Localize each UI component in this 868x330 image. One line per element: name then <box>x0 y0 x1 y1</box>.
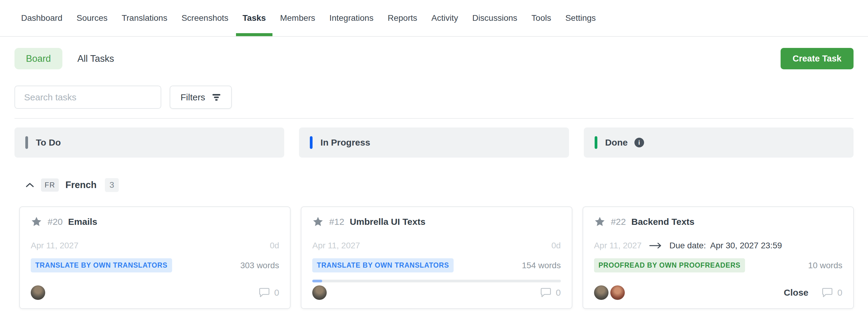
task-date: Apr 11, 2027 <box>594 241 642 250</box>
nav-item-tasks[interactable]: Tasks <box>243 0 266 36</box>
language-name: French <box>65 180 96 190</box>
task-card-umbrella-ui-texts[interactable]: #12 Umbrella UI Texts Apr 11, 2027 0d TR… <box>301 206 572 309</box>
tab-board[interactable]: Board <box>14 48 62 69</box>
star-icon[interactable] <box>31 216 42 228</box>
comment-bubble-icon <box>540 287 552 298</box>
task-date: Apr 11, 2027 <box>31 241 79 250</box>
column-done-label: Done <box>605 138 628 148</box>
search-input[interactable] <box>14 86 161 109</box>
assignee-avatar[interactable] <box>594 286 609 300</box>
nav-item-activity[interactable]: Activity <box>431 0 458 36</box>
task-date: Apr 11, 2027 <box>312 241 360 250</box>
nav-item-screenshots[interactable]: Screenshots <box>181 0 228 36</box>
assignee-avatar[interactable] <box>31 286 45 300</box>
done-status-pill <box>595 136 597 149</box>
comments-control[interactable]: 0 <box>540 287 561 298</box>
task-type-badge: TRANSLATE BY OWN TRANSLATORS <box>31 258 172 272</box>
column-done: Done i <box>584 127 854 158</box>
language-code-badge: FR <box>41 178 59 192</box>
task-id: #20 <box>48 217 63 227</box>
task-duration: 0d <box>270 241 279 250</box>
section-divider <box>14 118 854 119</box>
todo-status-pill <box>25 136 28 149</box>
word-count: 303 words <box>240 261 279 270</box>
close-task-button[interactable]: Close <box>784 288 809 298</box>
info-icon[interactable]: i <box>634 138 644 147</box>
nav-item-sources[interactable]: Sources <box>76 0 107 36</box>
task-type-badge: PROOFREAD BY OWN PROOFREADERS <box>594 258 745 272</box>
assignee-avatar[interactable] <box>312 286 327 300</box>
column-in-progress: In Progress <box>299 127 569 158</box>
chevron-up-icon[interactable] <box>25 182 34 188</box>
nav-item-settings[interactable]: Settings <box>565 0 596 36</box>
task-type-badge: TRANSLATE BY OWN TRANSLATORS <box>312 258 454 272</box>
comment-count: 0 <box>556 288 561 298</box>
word-count: 10 words <box>808 261 842 270</box>
task-title[interactable]: Emails <box>68 217 97 227</box>
filters-button-label: Filters <box>181 92 205 102</box>
due-date-value: Apr 30, 2027 23:59 <box>710 241 782 250</box>
comment-bubble-icon <box>822 287 833 298</box>
due-date-label: Due date: <box>670 241 706 250</box>
filters-button[interactable]: Filters <box>170 86 232 109</box>
top-navigation: Dashboard Sources Translations Screensho… <box>0 0 868 37</box>
star-icon[interactable] <box>312 216 324 228</box>
column-todo: To Do <box>14 127 284 158</box>
nav-item-discussions[interactable]: Discussions <box>472 0 517 36</box>
tab-all-tasks[interactable]: All Tasks <box>78 53 114 64</box>
task-title[interactable]: Umbrella UI Texts <box>350 217 425 227</box>
task-count-badge: 3 <box>105 178 119 192</box>
nav-item-integrations[interactable]: Integrations <box>330 0 373 36</box>
comments-control[interactable]: 0 <box>258 287 279 298</box>
task-card-emails[interactable]: #20 Emails Apr 11, 2027 0d TRANSLATE BY … <box>19 206 290 309</box>
nav-item-tools[interactable]: Tools <box>531 0 551 36</box>
task-cards-row: #20 Emails Apr 11, 2027 0d TRANSLATE BY … <box>0 206 868 309</box>
view-switcher: Board All Tasks <box>14 48 114 69</box>
progress-bar <box>312 280 561 282</box>
assignee-avatar[interactable] <box>610 286 625 300</box>
star-icon[interactable] <box>594 216 606 228</box>
arrow-right-icon <box>649 242 662 249</box>
comment-bubble-icon <box>258 287 270 298</box>
column-in-progress-label: In Progress <box>320 138 370 148</box>
progress-bar-fill <box>312 280 322 282</box>
comments-control[interactable]: 0 <box>822 287 842 298</box>
task-id: #12 <box>329 217 344 227</box>
create-task-button[interactable]: Create Task <box>781 48 854 69</box>
task-duration: 0d <box>552 241 561 250</box>
task-card-backend-texts[interactable]: #22 Backend Texts Apr 11, 2027 Due date:… <box>583 206 854 309</box>
nav-item-reports[interactable]: Reports <box>388 0 417 36</box>
nav-item-dashboard[interactable]: Dashboard <box>21 0 62 36</box>
view-toolbar: Board All Tasks Create Task <box>0 48 868 69</box>
comment-count: 0 <box>837 288 842 298</box>
filter-icon <box>212 93 221 101</box>
in-progress-status-pill <box>310 136 313 149</box>
language-group-header: FR French 3 <box>0 178 868 192</box>
task-id: #22 <box>611 217 626 227</box>
comment-count: 0 <box>274 288 279 298</box>
task-title[interactable]: Backend Texts <box>631 217 695 227</box>
nav-item-translations[interactable]: Translations <box>122 0 167 36</box>
search-row: Filters <box>0 86 868 109</box>
word-count: 154 words <box>522 261 561 270</box>
board-columns: To Do In Progress Done i <box>0 127 868 158</box>
column-todo-label: To Do <box>36 138 61 148</box>
nav-item-members[interactable]: Members <box>280 0 315 36</box>
